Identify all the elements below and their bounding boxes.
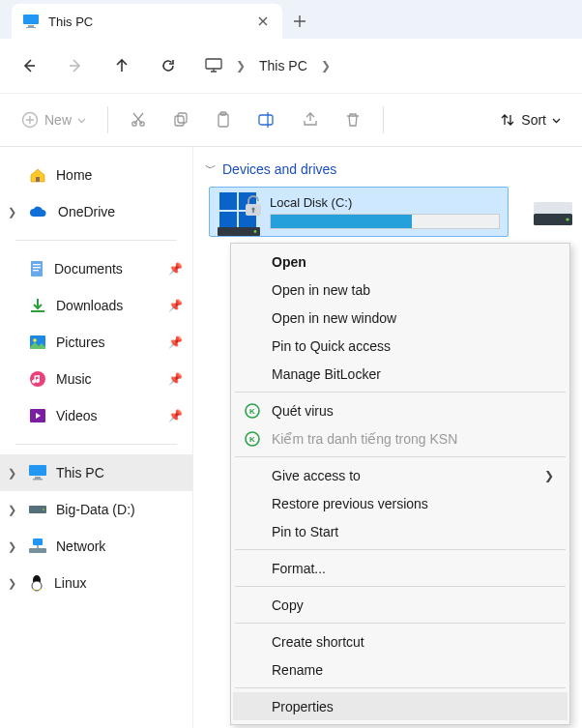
svg-rect-3 xyxy=(206,59,221,69)
svg-rect-9 xyxy=(218,114,228,127)
breadcrumb-label[interactable]: This PC xyxy=(259,58,307,73)
svg-rect-13 xyxy=(31,261,43,277)
sidebar-item-pictures[interactable]: Pictures 📌 xyxy=(0,324,192,361)
context-menu-item[interactable]: Format... xyxy=(233,554,567,582)
context-menu-item[interactable]: Properties xyxy=(233,692,567,720)
chevron-right-icon[interactable]: ❯ xyxy=(8,206,16,218)
delete-button[interactable] xyxy=(335,102,371,137)
linux-icon xyxy=(29,574,44,592)
sidebar-item-downloads[interactable]: Downloads 📌 xyxy=(0,287,192,324)
sidebar-item-label: Documents xyxy=(54,261,123,277)
context-menu-item[interactable]: Give access to❯ xyxy=(233,461,567,489)
sidebar-item-documents[interactable]: Documents 📌 xyxy=(0,250,192,287)
sort-button[interactable]: Sort xyxy=(490,102,570,137)
context-menu-item[interactable]: Create shortcut xyxy=(233,627,567,655)
sidebar-item-music[interactable]: Music 📌 xyxy=(0,361,192,397)
network-icon xyxy=(29,539,46,554)
drive-secondary[interactable] xyxy=(532,187,574,229)
chevron-right-icon[interactable]: ❯ xyxy=(321,59,331,73)
refresh-button[interactable] xyxy=(147,46,189,85)
svg-rect-15 xyxy=(33,267,41,268)
svg-rect-23 xyxy=(35,477,41,479)
svg-rect-11 xyxy=(259,115,273,125)
context-menu-item-label: Format... xyxy=(272,561,326,576)
context-menu-item[interactable]: Manage BitLocker xyxy=(233,360,567,388)
copy-button[interactable] xyxy=(162,102,199,137)
context-menu-separator xyxy=(235,456,566,457)
chevron-right-icon[interactable]: ❯ xyxy=(8,577,16,590)
kaspersky-icon: K xyxy=(245,403,260,419)
sidebar-item-network[interactable]: ❯ Network xyxy=(0,528,192,565)
sidebar-item-label: This PC xyxy=(56,465,104,480)
context-menu-item[interactable]: KQuét virus xyxy=(233,396,567,424)
music-icon xyxy=(29,370,46,388)
sidebar-item-videos[interactable]: Videos 📌 xyxy=(0,397,192,434)
context-menu-item[interactable]: Open in new tab xyxy=(233,276,567,304)
share-button[interactable] xyxy=(292,102,329,137)
chevron-down-icon xyxy=(552,116,561,125)
drive-local-disk-c[interactable]: Local Disk (C:) xyxy=(209,187,509,237)
sidebar-item-onedrive[interactable]: ❯ OneDrive xyxy=(0,193,192,230)
new-tab-button[interactable] xyxy=(282,4,317,39)
cloud-icon xyxy=(29,205,48,218)
cut-button[interactable] xyxy=(120,102,157,137)
svg-rect-0 xyxy=(23,15,39,24)
separator xyxy=(107,106,108,133)
sidebar-item-label: Pictures xyxy=(56,335,105,350)
context-menu-item[interactable]: Rename xyxy=(233,655,567,684)
picture-icon xyxy=(29,335,46,350)
context-menu-item-label: Create shortcut xyxy=(272,634,364,650)
chevron-right-icon[interactable]: ❯ xyxy=(8,504,16,516)
context-menu-item[interactable]: Open in new window xyxy=(233,304,567,332)
context-menu-item[interactable]: Pin to Quick access xyxy=(233,332,567,360)
pin-icon[interactable]: 📌 xyxy=(168,372,183,386)
video-icon xyxy=(29,408,46,423)
download-icon xyxy=(29,297,46,314)
svg-text:K: K xyxy=(249,407,255,416)
drive-row: Local Disk (C:) xyxy=(199,187,576,237)
monitor-outline-icon xyxy=(205,58,222,73)
svg-rect-22 xyxy=(29,465,46,476)
svg-rect-2 xyxy=(26,27,36,28)
pin-icon[interactable]: 📌 xyxy=(168,409,183,422)
new-button[interactable]: New xyxy=(12,102,96,137)
context-menu-item[interactable]: Copy xyxy=(233,591,567,619)
svg-rect-14 xyxy=(33,264,41,265)
sidebar-item-home[interactable]: Home xyxy=(0,157,192,193)
svg-rect-24 xyxy=(33,479,43,480)
svg-point-39 xyxy=(254,230,257,233)
context-menu-separator xyxy=(235,586,566,587)
chevron-right-icon[interactable]: ❯ xyxy=(8,540,16,553)
context-menu-item-label: Open in new tab xyxy=(272,282,370,298)
section-header-devices[interactable]: ﹀ Devices and drives xyxy=(199,157,576,187)
sidebar-item-linux[interactable]: ❯ Linux xyxy=(0,565,192,601)
back-button[interactable] xyxy=(8,46,50,85)
svg-point-26 xyxy=(43,509,44,510)
svg-rect-7 xyxy=(175,116,184,126)
drive-usage-fill xyxy=(271,215,412,228)
paste-button[interactable] xyxy=(205,102,242,137)
pin-icon[interactable]: 📌 xyxy=(168,262,183,276)
up-button[interactable] xyxy=(101,46,143,85)
sidebar-divider xyxy=(15,240,177,241)
pin-icon[interactable]: 📌 xyxy=(168,299,183,312)
rename-button[interactable] xyxy=(247,102,286,137)
svg-rect-31 xyxy=(219,192,237,210)
lock-open-icon xyxy=(243,194,264,218)
section-title: Devices and drives xyxy=(222,161,336,177)
sidebar-item-label: Downloads xyxy=(56,298,123,313)
context-menu-item[interactable]: Pin to Start xyxy=(233,517,567,545)
home-icon xyxy=(29,166,46,184)
tab-this-pc[interactable]: This PC xyxy=(12,4,282,39)
close-icon[interactable] xyxy=(255,14,271,29)
sidebar-item-label: Videos xyxy=(56,408,98,423)
forward-button[interactable] xyxy=(54,46,97,85)
pin-icon[interactable]: 📌 xyxy=(168,335,183,349)
context-menu-item[interactable]: Restore previous versions xyxy=(233,489,567,517)
sidebar-item-big-data[interactable]: ❯ Big-Data (D:) xyxy=(0,491,192,528)
chevron-right-icon[interactable]: ❯ xyxy=(8,467,16,480)
address-bar[interactable]: ❯ This PC ❯ xyxy=(193,58,574,73)
context-menu-separator xyxy=(235,392,566,393)
sidebar-item-this-pc[interactable]: ❯ This PC xyxy=(0,454,192,491)
context-menu-item[interactable]: Open xyxy=(233,248,567,276)
